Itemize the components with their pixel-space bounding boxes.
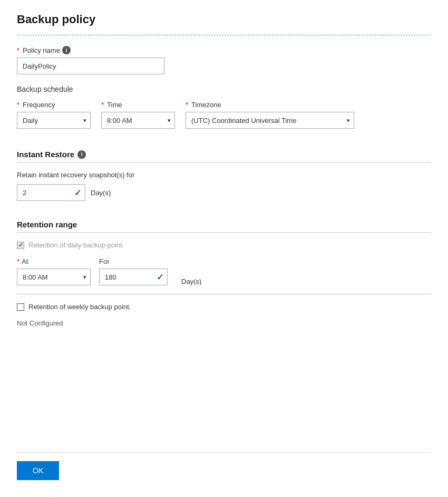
at-label-text: At — [22, 257, 28, 265]
time-field: * Time 8:00 AM ▾ — [101, 101, 175, 129]
time-select[interactable]: 8:00 AM — [101, 112, 175, 129]
timezone-select[interactable]: (UTC) Coordinated Universal Time — [186, 112, 354, 129]
policy-name-label: * Policy name i — [17, 46, 431, 54]
backup-schedule-section: Backup schedule * Frequency Daily ▾ * — [17, 85, 431, 139]
frequency-field: * Frequency Daily ▾ — [17, 101, 91, 129]
at-required-star: * — [17, 257, 20, 265]
timezone-field: * Timezone (UTC) Coordinated Universal T… — [186, 101, 354, 129]
weekly-top-divider — [17, 294, 431, 294]
daily-retention-checkmark: ✓ — [18, 242, 23, 248]
for-days-unit: Day(s) — [181, 278, 201, 285]
instant-restore-section: Instant Restore i Retain instant recover… — [17, 150, 431, 209]
instant-restore-divider — [17, 162, 431, 163]
instant-restore-header: Instant Restore i — [17, 150, 431, 159]
policy-name-input[interactable] — [17, 58, 164, 74]
for-input-wrapper: ✓ — [99, 269, 168, 285]
panel-title: Backup policy — [17, 13, 431, 26]
policy-name-label-text: Policy name — [23, 46, 60, 54]
frequency-label: * Frequency — [17, 101, 91, 109]
daily-retention-checkbox[interactable]: ✓ — [17, 242, 24, 249]
daily-retention-checkbox-label: Retention of daily backup point. — [28, 241, 124, 249]
at-for-row: * At 8:00 AM ▾ For ✓ — [17, 257, 431, 285]
retention-range-header: Retention range — [17, 220, 431, 229]
frequency-select-wrapper: Daily ▾ — [17, 112, 91, 129]
footer: OK — [17, 452, 431, 480]
timezone-select-wrapper: (UTC) Coordinated Universal Time ▾ — [186, 112, 354, 129]
not-configured-label: Not Configured — [17, 319, 431, 327]
snapshot-days-unit: Day(s) — [91, 189, 111, 197]
timezone-required-star: * — [186, 101, 188, 109]
retention-range-title: Retention range — [17, 220, 77, 229]
snapshot-days-check-icon: ✓ — [74, 188, 81, 198]
frequency-label-text: Frequency — [23, 101, 55, 109]
backup-schedule-label: Backup schedule — [17, 85, 431, 93]
retain-label: Retain instant recovery snapshot(s) for — [17, 171, 431, 179]
freq-required-star: * — [17, 101, 20, 109]
schedule-row: * Frequency Daily ▾ * Time 8 — [17, 101, 431, 129]
policy-name-info-icon: i — [62, 46, 71, 54]
timezone-label: * Timezone — [186, 101, 354, 109]
time-required-star: * — [101, 101, 104, 109]
for-days-check-icon: ✓ — [157, 272, 163, 282]
time-label-text: Time — [107, 101, 122, 109]
for-field: For ✓ — [99, 257, 168, 285]
snapshot-days-row: ✓ Day(s) — [17, 184, 431, 201]
weekly-retention-checkbox[interactable] — [17, 303, 24, 311]
top-divider — [17, 35, 431, 35]
time-label: * Time — [101, 101, 175, 109]
for-label: For — [99, 257, 168, 265]
at-time-select[interactable]: 8:00 AM — [17, 269, 91, 285]
time-select-wrapper: 8:00 AM ▾ — [101, 112, 175, 129]
retention-range-section: Retention range ✓ Retention of daily bac… — [17, 220, 431, 327]
retention-range-divider — [17, 232, 431, 233]
daily-retention-checkbox-row: ✓ Retention of daily backup point. — [17, 241, 431, 249]
instant-restore-title: Instant Restore — [17, 150, 74, 159]
frequency-select[interactable]: Daily — [17, 112, 91, 129]
timezone-label-text: Timezone — [191, 101, 221, 109]
weekly-retention-checkbox-label: Retention of weekly backup point. — [28, 303, 131, 311]
policy-name-section: * Policy name i — [17, 46, 431, 74]
ok-button[interactable]: OK — [17, 461, 59, 480]
backup-policy-panel: Backup policy * Policy name i Backup sch… — [0, 0, 448, 497]
for-label-text: For — [99, 257, 110, 265]
at-label: * At — [17, 257, 91, 265]
at-select-wrapper: 8:00 AM ▾ — [17, 269, 91, 285]
snapshot-days-input-wrapper: ✓ — [17, 184, 85, 201]
weekly-retention-checkbox-row: Retention of weekly backup point. — [17, 303, 431, 311]
required-star: * — [17, 46, 20, 54]
instant-restore-info-icon: i — [77, 150, 86, 159]
at-field: * At 8:00 AM ▾ — [17, 257, 91, 285]
